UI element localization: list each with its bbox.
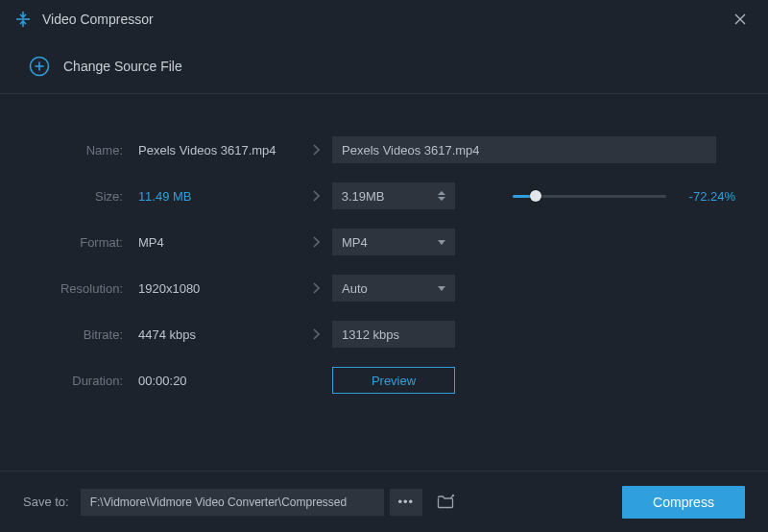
preview-button[interactable]: Preview (332, 367, 455, 394)
name-input-value: Pexels Videos 3617.mp4 (342, 143, 480, 157)
save-path-value: F:\Vidmore\Vidmore Video Converter\Compr… (90, 496, 347, 509)
chevron-down-icon (438, 286, 445, 291)
label-size: Size: (0, 189, 134, 204)
folder-icon (437, 495, 454, 509)
row-bitrate: Bitrate: 4474 kbps 1312 kbps (0, 311, 735, 357)
close-button[interactable] (726, 5, 755, 34)
chevron-right-icon (300, 236, 332, 248)
current-size: 11.49 MB (134, 189, 300, 204)
chevron-right-icon (300, 328, 332, 340)
slider-track[interactable] (513, 195, 666, 198)
current-bitrate: 4474 kbps (134, 327, 300, 342)
current-duration: 00:00:20 (134, 374, 300, 388)
bitrate-value: 1312 kbps (342, 327, 399, 342)
format-select[interactable]: MP4 (332, 229, 455, 255)
footer: Save to: F:\Vidmore\Vidmore Video Conver… (0, 471, 768, 532)
video-compressor-window: Video Compressor Change Source File Name… (0, 0, 768, 532)
slider-thumb[interactable] (530, 190, 541, 202)
chevron-right-icon (300, 144, 332, 156)
row-format: Format: MP4 MP4 (0, 219, 735, 265)
current-resolution: 1920x1080 (134, 281, 300, 296)
app-icon (13, 10, 33, 29)
stepper-arrows-icon[interactable] (438, 191, 445, 201)
resolution-select[interactable]: Auto (332, 275, 455, 302)
label-resolution: Resolution: (0, 281, 134, 296)
change-source-area[interactable]: Change Source File (0, 38, 768, 94)
preview-button-label: Preview (372, 374, 416, 388)
more-button[interactable]: ••• (390, 489, 422, 516)
chevron-right-icon (300, 282, 332, 294)
plus-icon (29, 56, 50, 77)
chevron-down-icon (438, 240, 445, 245)
current-name: Pexels Videos 3617.mp4 (134, 143, 300, 157)
titlebar: Video Compressor (0, 0, 768, 38)
compress-button-label: Compress (653, 495, 714, 510)
name-input[interactable]: Pexels Videos 3617.mp4 (332, 136, 716, 163)
size-value: 3.19MB (342, 189, 385, 204)
format-value: MP4 (342, 235, 368, 250)
compress-button[interactable]: Compress (622, 486, 745, 519)
row-size: Size: 11.49 MB 3.19MB -72.24% (0, 173, 735, 219)
row-name: Name: Pexels Videos 3617.mp4 Pexels Vide… (0, 127, 735, 173)
open-folder-button[interactable] (432, 489, 459, 516)
content: Name: Pexels Videos 3617.mp4 Pexels Vide… (0, 94, 768, 471)
bitrate-input[interactable]: 1312 kbps (332, 321, 455, 348)
size-slider[interactable]: -72.24% (513, 189, 735, 204)
size-percentage: -72.24% (689, 189, 735, 204)
label-name: Name: (0, 143, 134, 157)
size-stepper[interactable]: 3.19MB (332, 182, 455, 209)
resolution-value: Auto (342, 281, 368, 296)
save-path-input[interactable]: F:\Vidmore\Vidmore Video Converter\Compr… (81, 489, 384, 516)
label-bitrate: Bitrate: (0, 327, 134, 342)
row-duration: Duration: 00:00:20 Preview (0, 357, 735, 403)
label-format: Format: (0, 235, 134, 250)
save-to-label: Save to: (23, 495, 69, 509)
window-title: Video Compressor (42, 12, 726, 27)
label-duration: Duration: (0, 374, 134, 388)
more-icon: ••• (397, 495, 414, 509)
change-source-label: Change Source File (63, 59, 182, 74)
row-resolution: Resolution: 1920x1080 Auto (0, 265, 735, 311)
chevron-right-icon (300, 190, 332, 202)
current-format: MP4 (134, 235, 300, 250)
